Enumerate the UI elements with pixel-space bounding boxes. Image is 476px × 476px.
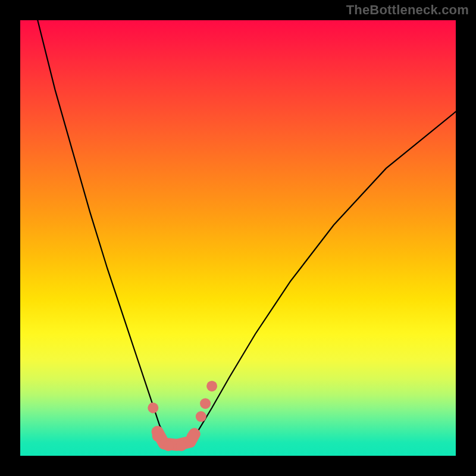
trough-marker-dot <box>200 398 211 409</box>
trough-marker-dot <box>176 440 187 451</box>
bottleneck-curve <box>37 20 456 447</box>
trough-marker-dot <box>206 381 217 392</box>
trough-marker-dot <box>196 411 206 422</box>
chart-frame: TheBottleneck.com <box>0 0 476 476</box>
curve-layer <box>20 20 456 456</box>
trough-marker-dot <box>148 403 158 414</box>
trough-marker-dot <box>152 431 163 441</box>
plot-area <box>20 20 456 456</box>
watermark-text: TheBottleneck.com <box>346 2 469 18</box>
trough-marker-dot <box>163 440 174 451</box>
trough-marker-dot <box>187 431 198 441</box>
